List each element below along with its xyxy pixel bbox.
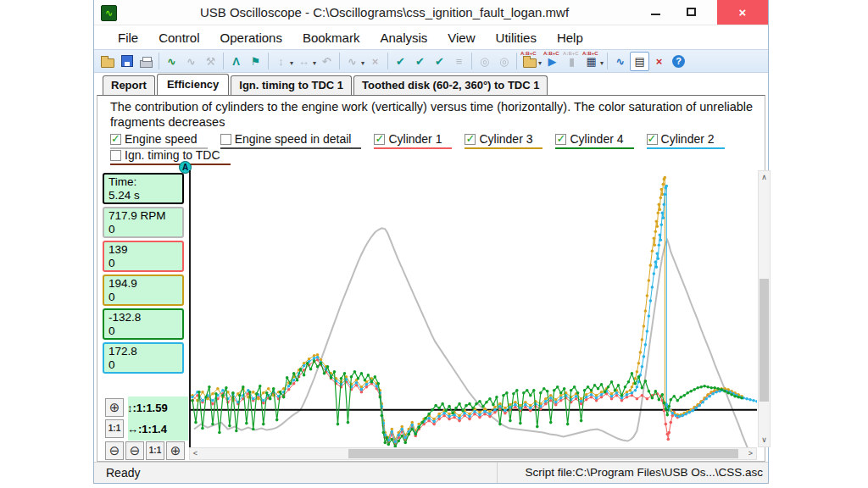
menu-bookmark[interactable]: Bookmark bbox=[292, 28, 370, 47]
app-window: ∿ USB Oscilloscope - C:\Oscillograms\css… bbox=[93, 0, 769, 484]
tab-ign-timing-to-tdc-1[interactable]: Ign. timing to TDC 1 bbox=[231, 75, 352, 95]
minimize-button[interactable] bbox=[641, 0, 670, 25]
script-run-icon[interactable]: A:B+C▶ bbox=[542, 52, 562, 71]
checkbox-cylinder-3[interactable]: ✓ bbox=[465, 134, 476, 145]
readout-line2: 0 bbox=[108, 324, 178, 338]
vertical-scale-ratio: ↕:1:1.59 bbox=[127, 402, 168, 414]
legend-cylinder-1[interactable]: ✓Cylinder 1 bbox=[374, 132, 452, 149]
zoom-button-h-reset[interactable]: 1:1 bbox=[105, 419, 124, 438]
vertical-zoom-row: ⊕↕:1:1.59 bbox=[105, 398, 168, 417]
toolbar-separator bbox=[339, 53, 340, 69]
menu-utilities[interactable]: Utilities bbox=[486, 28, 547, 47]
zoom-bottom-button-0[interactable]: ⊖ bbox=[105, 441, 124, 460]
readout-box: -132.80 bbox=[103, 308, 184, 340]
legend-row-2: Ign. timing to TDC bbox=[110, 148, 231, 165]
vertical-scroll-thumb[interactable] bbox=[760, 279, 769, 402]
legend-label: Engine speed bbox=[125, 132, 198, 146]
undo-icon: ↶ bbox=[317, 52, 337, 71]
find-chart-icon: ◎ bbox=[494, 52, 514, 71]
legend-cylinder-2[interactable]: ✓Cylinder 2 bbox=[647, 132, 725, 149]
readout-line1: -132.8 bbox=[108, 311, 178, 324]
zoom-button-v-in[interactable]: ⊕ bbox=[105, 398, 124, 417]
script-open-icon[interactable]: A:B+C bbox=[520, 52, 539, 71]
menu-view[interactable]: View bbox=[437, 28, 485, 47]
fragment-icon: ∿ bbox=[342, 52, 362, 71]
menu-file[interactable]: File bbox=[108, 28, 148, 47]
readout-line1: 139 bbox=[108, 243, 178, 257]
tab-efficiency[interactable]: Efficiency bbox=[157, 74, 229, 96]
legend-engine-speed-in-detail[interactable]: Engine speed in detail bbox=[220, 132, 362, 149]
title-bar: ∿ USB Oscilloscope - C:\Oscillograms\css… bbox=[94, 0, 768, 25]
bookmark-flag-icon[interactable]: ⚑ bbox=[246, 52, 265, 71]
tab-toothed-disk-60-2-360-to-tdc-1[interactable]: Toothed disk (60-2, 360°) to TDC 1 bbox=[353, 75, 548, 95]
checkbox-cylinder-1[interactable]: ✓ bbox=[374, 134, 385, 145]
script-file-path: Script file:C:\Program Files\USB Os...\C… bbox=[497, 463, 766, 483]
help-icon[interactable]: ? bbox=[669, 52, 688, 71]
impulse-marks-icon[interactable]: Λ bbox=[226, 52, 246, 71]
series-cylinder-4 bbox=[192, 361, 742, 446]
scroll-left-arrow-icon[interactable]: < bbox=[190, 447, 201, 460]
toolbar-separator bbox=[516, 53, 517, 69]
chart-area[interactable] bbox=[189, 170, 757, 447]
legend-label: Cylinder 2 bbox=[661, 132, 715, 146]
readout-line2: 0 bbox=[108, 291, 178, 304]
legend-label: Ign. timing to TDC bbox=[125, 148, 220, 162]
toolbar-separator bbox=[387, 53, 388, 69]
menu-operations[interactable]: Operations bbox=[210, 28, 292, 47]
copy-image-icon: ∿ bbox=[181, 52, 201, 71]
legend-label: Cylinder 3 bbox=[479, 132, 532, 146]
horizontal-scale-ratio: ↔:1:1.4 bbox=[127, 423, 167, 435]
menu-analysis[interactable]: Analysis bbox=[370, 28, 437, 47]
checkbox-cylinder-2[interactable]: ✓ bbox=[647, 134, 658, 145]
horizontal-scale-icon: ↔ bbox=[294, 52, 314, 71]
horizontal-zoom-row: 1:1↔:1:1.4 bbox=[105, 419, 167, 438]
accept-next-icon[interactable]: ✔ bbox=[410, 52, 430, 71]
menu-bar: FileControlOperationsBookmarkAnalysisVie… bbox=[94, 26, 768, 49]
maximize-button[interactable] bbox=[676, 0, 705, 25]
status-bar: Ready Script file:C:\Program Files\USB O… bbox=[94, 462, 768, 483]
checkbox-ign-timing-to-tdc[interactable] bbox=[110, 150, 121, 161]
save-file-icon[interactable] bbox=[117, 52, 136, 71]
close-button[interactable]: × bbox=[717, 0, 768, 25]
checkbox-cylinder-4[interactable]: ✓ bbox=[555, 134, 566, 145]
close-document-icon[interactable]: × bbox=[649, 52, 669, 71]
zoom-bottom-button-3[interactable]: ⊕ bbox=[166, 441, 185, 460]
scroll-up-arrow-icon[interactable]: ∧ bbox=[759, 171, 770, 184]
script-panel-icon[interactable]: A:B+C▦ bbox=[581, 52, 601, 71]
chart-view-icon[interactable]: ∿ bbox=[610, 52, 630, 71]
zoom-bottom-button-1[interactable]: ⊖ bbox=[125, 441, 144, 460]
toolbar: ∿∿⚒Λ⚑↕▾↔▾↶∿▾×✔✔✔≡◎◎A:B+C▾A:B+C▶A:B+C▮A:B… bbox=[94, 49, 768, 73]
readout-box: 172.80 bbox=[103, 342, 184, 374]
readout-line2: 0 bbox=[108, 223, 178, 236]
tab-bar: ReportEfficiencyIgn. timing to TDC 1Toot… bbox=[94, 73, 768, 95]
report-view-icon[interactable]: ▤ bbox=[630, 52, 649, 71]
zoom-bottom-button-2[interactable]: 1:1 bbox=[146, 441, 164, 460]
horizontal-scroll-thumb[interactable] bbox=[348, 449, 738, 458]
legend-cylinder-4[interactable]: ✓Cylinder 4 bbox=[555, 132, 633, 149]
print-icon[interactable] bbox=[136, 52, 156, 71]
tab-report[interactable]: Report bbox=[103, 75, 155, 95]
scroll-down-arrow-icon[interactable]: ∨ bbox=[759, 434, 770, 446]
checkbox-engine-speed[interactable]: ✓ bbox=[110, 134, 121, 145]
accept-all-icon[interactable]: ✔ bbox=[430, 52, 449, 71]
readout-line1: 194.9 bbox=[108, 277, 178, 291]
legend-ign-timing-to-tdc[interactable]: Ign. timing to TDC bbox=[110, 148, 231, 165]
open-file-icon[interactable] bbox=[97, 52, 117, 71]
vertical-scrollbar[interactable]: ∧ ∨ bbox=[758, 170, 771, 447]
desktop: ∿ USB Oscilloscope - C:\Oscillograms\css… bbox=[0, 0, 868, 488]
window-title: USB Oscilloscope - C:\Oscillograms\css_i… bbox=[128, 0, 641, 25]
toolbar-separator bbox=[159, 53, 159, 69]
export-image-icon[interactable]: ∿ bbox=[162, 52, 181, 71]
legend-cylinder-3[interactable]: ✓Cylinder 3 bbox=[465, 132, 542, 149]
legend-row-1: ✓Engine speedEngine speed in detail✓Cyli… bbox=[110, 132, 725, 149]
accept-icon[interactable]: ✔ bbox=[391, 52, 410, 71]
menu-help[interactable]: Help bbox=[547, 28, 593, 47]
checkbox-engine-speed-in-detail[interactable] bbox=[220, 134, 231, 145]
toolbar-separator bbox=[223, 53, 224, 69]
readout-line2: 5.24 s bbox=[108, 189, 178, 202]
zoom-button-row: ⊖⊖1:1⊕ bbox=[105, 441, 186, 460]
menu-control[interactable]: Control bbox=[148, 28, 209, 47]
horizontal-scrollbar[interactable]: < > bbox=[189, 447, 757, 460]
scroll-right-arrow-icon[interactable]: > bbox=[745, 447, 756, 460]
legend-engine-speed[interactable]: ✓Engine speed bbox=[110, 132, 208, 149]
